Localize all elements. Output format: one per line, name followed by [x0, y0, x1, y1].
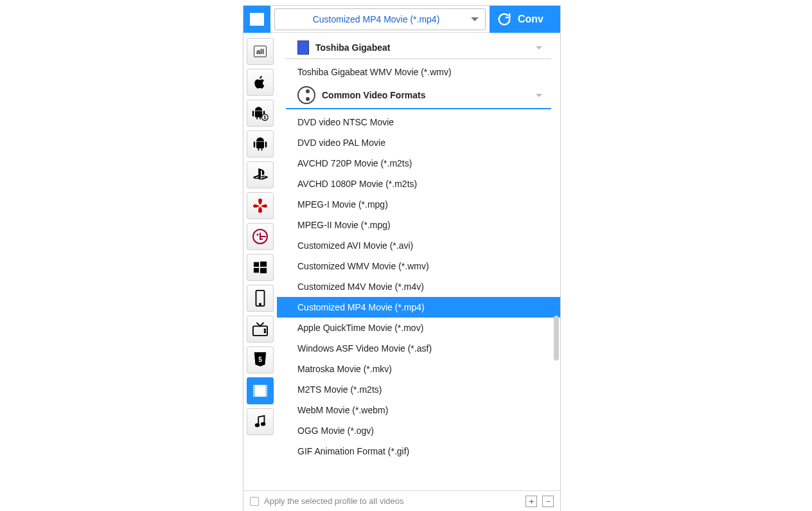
sidebar-item-android[interactable] — [247, 130, 274, 157]
list-item[interactable]: AVCHD 720P Movie (*.m2ts) — [277, 153, 560, 174]
svg-point-3 — [256, 233, 258, 235]
svg-rect-5 — [260, 262, 267, 267]
sidebar-item-phone[interactable] — [247, 285, 274, 312]
android-icon — [252, 136, 268, 152]
svg-rect-18 — [253, 388, 254, 389]
svg-rect-19 — [253, 390, 254, 391]
topbar: Customized MP4 Movie (*.mp4) Conv — [243, 6, 560, 33]
sidebar-item-huawei[interactable] — [247, 192, 274, 219]
group-title: Common Video Formats — [322, 90, 529, 100]
android-coin-icon: $ — [252, 105, 269, 121]
list-item[interactable]: Customized MP4 Movie (*.mp4) — [277, 297, 560, 318]
apple-icon — [253, 75, 267, 90]
list-item[interactable]: WebM Movie (*.webm) — [277, 400, 560, 420]
film-reel-icon — [297, 86, 315, 104]
list-item[interactable]: Matroska Movie (*.mkv) — [277, 359, 560, 379]
sidebar-item-audio[interactable] — [247, 408, 274, 435]
svg-rect-10 — [253, 326, 267, 336]
sidebar-item-playstation[interactable] — [247, 161, 274, 188]
sidebar-item-video[interactable] — [247, 377, 274, 404]
convert-button-label: Conv — [518, 13, 543, 25]
svg-point-27 — [256, 424, 260, 426]
svg-rect-7 — [260, 268, 267, 273]
format-picker-panel: Customized MP4 Movie (*.mp4) Conv all — [243, 5, 561, 511]
footer: Apply the selected profile to all videos… — [243, 490, 560, 511]
chevron-down-icon — [536, 46, 542, 49]
film-icon — [253, 384, 267, 398]
svg-rect-26 — [266, 395, 267, 396]
scrollbar-thumb[interactable] — [554, 316, 559, 361]
group-header-toshiba[interactable]: Toshiba Gigabeat — [286, 37, 551, 59]
device-sidebar: all $ — [243, 33, 277, 490]
format-dropdown[interactable]: Customized MP4 Movie (*.mp4) — [274, 8, 486, 30]
apply-all-label: Apply the selected profile to all videos — [264, 496, 404, 506]
tv-icon — [252, 321, 269, 337]
svg-rect-24 — [266, 390, 267, 391]
sidebar-item-apple[interactable] — [247, 69, 274, 96]
chevron-down-icon — [536, 94, 542, 97]
list-item[interactable]: DVD video NTSC Movie — [277, 112, 560, 132]
list-item[interactable]: Customized AVI Movie (*.avi) — [277, 235, 560, 256]
phone-icon — [254, 290, 266, 307]
music-icon — [254, 415, 267, 429]
refresh-icon — [497, 12, 511, 26]
group-header-common-video[interactable]: Common Video Formats — [286, 82, 551, 109]
chevron-down-icon — [471, 17, 479, 21]
sidebar-item-lg[interactable] — [247, 223, 274, 250]
svg-rect-22 — [266, 386, 267, 387]
format-dropdown-label: Customized MP4 Movie (*.mp4) — [281, 14, 471, 24]
list-item[interactable]: DVD video PAL Movie — [277, 132, 560, 153]
video-category-button[interactable] — [243, 6, 270, 33]
add-profile-button[interactable]: ＋ — [525, 496, 537, 507]
svg-text:5: 5 — [258, 356, 262, 363]
list-item[interactable]: M2TS Movie (*.m2ts) — [277, 379, 560, 400]
windows-icon — [253, 260, 267, 274]
html5-icon: 5 — [253, 352, 267, 368]
group-title: Toshiba Gigabeat — [315, 42, 529, 53]
svg-rect-6 — [254, 268, 259, 273]
svg-rect-20 — [253, 393, 254, 394]
svg-rect-21 — [253, 395, 254, 396]
film-icon — [250, 13, 264, 26]
list-item[interactable]: Toshiba Gigabeat WMV Movie (*.wmv) — [277, 62, 560, 82]
apply-all-checkbox[interactable] — [250, 497, 259, 506]
list-item[interactable]: Windows ASF Video Movie (*.asf) — [277, 338, 560, 359]
list-item[interactable]: Customized M4V Movie (*.m4v) — [277, 276, 560, 297]
list-item[interactable]: MPEG-II Movie (*.mpg) — [277, 215, 560, 235]
svg-rect-4 — [254, 262, 259, 267]
remove-profile-button[interactable]: － — [542, 496, 554, 507]
huawei-icon — [252, 198, 268, 213]
all-icon: all — [254, 46, 267, 57]
playstation-icon — [252, 168, 269, 182]
list-item[interactable]: AVCHD 1080P Movie (*.m2ts) — [277, 174, 560, 194]
sidebar-item-html5[interactable]: 5 — [247, 346, 274, 373]
convert-button[interactable]: Conv — [490, 6, 560, 33]
svg-rect-14 — [255, 385, 266, 397]
svg-text:$: $ — [264, 115, 267, 120]
sidebar-item-tv[interactable] — [247, 316, 274, 343]
svg-point-11 — [264, 329, 265, 330]
list-item[interactable]: Apple QuickTime Movie (*.mov) — [277, 318, 560, 338]
svg-point-12 — [264, 332, 265, 333]
svg-rect-23 — [266, 388, 267, 389]
panel-body: all $ — [243, 33, 560, 490]
lg-icon — [252, 229, 268, 244]
sidebar-item-windows[interactable] — [247, 254, 274, 281]
sidebar-item-android-paid[interactable]: $ — [247, 100, 274, 127]
list-item[interactable]: GIF Animation Format (*.gif) — [277, 441, 560, 462]
sidebar-item-all[interactable]: all — [247, 38, 274, 65]
device-icon — [297, 40, 309, 55]
list-item[interactable]: Customized WMV Movie (*.wmv) — [277, 256, 560, 276]
svg-point-28 — [261, 423, 265, 426]
svg-rect-25 — [266, 393, 267, 394]
list-item[interactable]: MPEG-I Movie (*.mpg) — [277, 194, 560, 215]
list-item[interactable]: OGG Movie (*.ogv) — [277, 420, 560, 441]
format-list: Toshiba Gigabeat Toshiba Gigabeat WMV Mo… — [277, 33, 560, 490]
svg-rect-17 — [253, 386, 254, 387]
svg-point-9 — [260, 303, 261, 305]
